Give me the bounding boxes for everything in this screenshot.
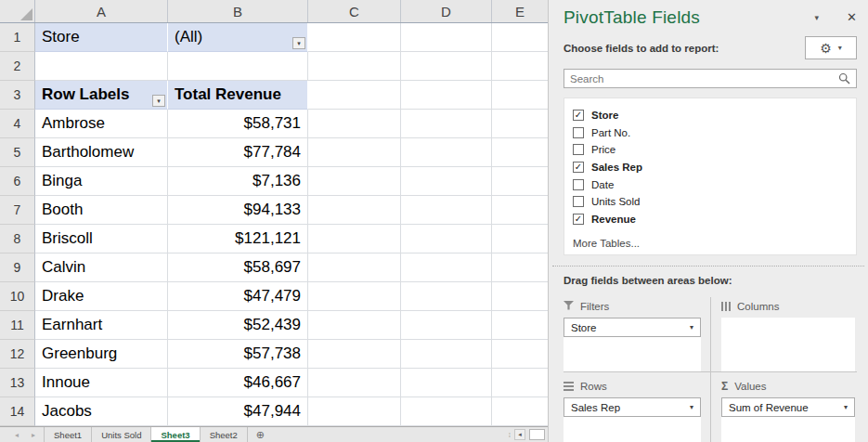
- cell-a2[interactable]: [35, 52, 168, 81]
- cell-b7[interactable]: $94,133: [168, 196, 308, 225]
- cell-e2[interactable]: [492, 52, 548, 81]
- pill-dropdown-icon[interactable]: ▾: [844, 403, 848, 411]
- filters-drop-area[interactable]: Store▾: [564, 318, 701, 371]
- field-item-revenue[interactable]: ✓Revenue: [573, 210, 849, 228]
- cell-b13[interactable]: $46,667: [168, 369, 308, 397]
- cell-d5[interactable]: [401, 138, 492, 167]
- cell-a10[interactable]: Drake: [35, 282, 168, 311]
- cell-d13[interactable]: [401, 369, 492, 397]
- field-item-units-sold[interactable]: Units Sold: [573, 193, 849, 211]
- field-item-part-no-[interactable]: Part No.: [573, 124, 849, 142]
- cell-d1[interactable]: [401, 23, 492, 52]
- row-number-13[interactable]: 13: [0, 369, 35, 397]
- scrollbar-thumb[interactable]: [529, 429, 545, 440]
- cell-b9[interactable]: $58,697: [168, 254, 308, 282]
- cell-c6[interactable]: [308, 167, 401, 196]
- cell-c7[interactable]: [308, 196, 401, 225]
- more-tables-link[interactable]: More Tables...: [573, 238, 849, 249]
- sheet-tab-sheet3[interactable]: Sheet3: [151, 427, 200, 442]
- tab-nav-right-icon[interactable]: ▸: [32, 431, 35, 439]
- cell-d2[interactable]: [401, 52, 492, 81]
- row-number-14[interactable]: 14: [0, 397, 35, 426]
- rows-drop-area[interactable]: Sales Rep▾: [564, 397, 701, 442]
- sheet-tab-units-sold[interactable]: Units Sold: [92, 427, 151, 442]
- cell-e10[interactable]: [492, 282, 548, 311]
- unchecked-checkbox-icon[interactable]: [573, 127, 584, 138]
- pane-options-dropdown-icon[interactable]: ▾: [815, 13, 820, 22]
- checked-checkbox-icon[interactable]: ✓: [573, 214, 584, 225]
- sheet-tab-sheet1[interactable]: Sheet1: [44, 427, 92, 442]
- unchecked-checkbox-icon[interactable]: [573, 144, 584, 155]
- column-header-b[interactable]: B: [168, 0, 308, 22]
- cell-b2[interactable]: [168, 52, 308, 81]
- unchecked-checkbox-icon[interactable]: [573, 179, 584, 190]
- cell-d10[interactable]: [401, 282, 492, 311]
- cell-d6[interactable]: [401, 167, 492, 196]
- cell-b5[interactable]: $77,784: [168, 138, 308, 167]
- cell-b12[interactable]: $57,738: [168, 340, 308, 369]
- cell-e4[interactable]: [492, 110, 548, 138]
- cell-d11[interactable]: [401, 311, 492, 340]
- row-labels-filter-dropdown[interactable]: ▾: [152, 95, 165, 107]
- scroll-left-button[interactable]: ◂: [514, 429, 525, 440]
- cell-d7[interactable]: [401, 196, 492, 225]
- cell-a7[interactable]: Booth: [35, 196, 168, 225]
- cell-d12[interactable]: [401, 340, 492, 369]
- checked-checkbox-icon[interactable]: ✓: [573, 110, 584, 121]
- cell-a4[interactable]: Ambrose: [35, 110, 168, 138]
- cell-b14[interactable]: $47,944: [168, 397, 308, 426]
- pill-dropdown-icon[interactable]: ▾: [690, 323, 693, 332]
- cell-a11[interactable]: Earnhart: [35, 311, 168, 340]
- cell-a5[interactable]: Bartholomew: [35, 138, 168, 167]
- cell-e9[interactable]: [492, 254, 548, 282]
- cell-b3[interactable]: Total Revenue: [168, 81, 308, 110]
- cell-a9[interactable]: Calvin: [35, 254, 168, 282]
- field-item-store[interactable]: ✓Store: [573, 107, 849, 124]
- field-item-sales-rep[interactable]: ✓Sales Rep: [573, 159, 849, 176]
- select-all-corner[interactable]: [0, 0, 35, 22]
- cell-d9[interactable]: [401, 254, 492, 282]
- cell-b6[interactable]: $7,136: [168, 167, 308, 196]
- cell-c12[interactable]: [308, 340, 401, 369]
- cell-e12[interactable]: [492, 340, 548, 369]
- cell-c4[interactable]: [308, 110, 401, 138]
- row-number-10[interactable]: 10: [0, 282, 35, 311]
- checked-checkbox-icon[interactable]: ✓: [573, 162, 584, 173]
- cell-a13[interactable]: Innoue: [35, 369, 168, 397]
- row-number-9[interactable]: 9: [0, 254, 35, 282]
- cell-e11[interactable]: [492, 311, 548, 340]
- cell-c2[interactable]: [308, 52, 401, 81]
- cell-a1[interactable]: Store: [35, 23, 168, 52]
- search-icon[interactable]: [838, 72, 850, 84]
- field-item-price[interactable]: Price: [573, 141, 849, 159]
- values-drop-area[interactable]: Sum of Revenue▾: [721, 397, 855, 442]
- field-search-input[interactable]: [570, 73, 838, 84]
- column-header-a[interactable]: A: [35, 0, 168, 22]
- cell-e6[interactable]: [492, 167, 548, 196]
- cell-c13[interactable]: [308, 369, 401, 397]
- cell-d3[interactable]: [401, 81, 492, 110]
- cell-e14[interactable]: [492, 397, 548, 426]
- sheet-tab-sheet2[interactable]: Sheet2: [201, 427, 248, 442]
- scrollbar-gripper-icon[interactable]: ⁞: [509, 431, 511, 439]
- row-number-1[interactable]: 1: [0, 23, 35, 52]
- cell-b1[interactable]: (All)▾: [168, 23, 308, 52]
- cell-d8[interactable]: [401, 225, 492, 254]
- new-sheet-button[interactable]: ⊕: [248, 427, 273, 442]
- cell-c10[interactable]: [308, 282, 401, 311]
- cell-b11[interactable]: $52,439: [168, 311, 308, 340]
- cell-e13[interactable]: [492, 369, 548, 397]
- cell-e1[interactable]: [492, 23, 548, 52]
- cell-c8[interactable]: [308, 225, 401, 254]
- cell-a14[interactable]: Jacobs: [35, 397, 168, 426]
- row-number-3[interactable]: 3: [0, 81, 35, 110]
- cell-d14[interactable]: [401, 397, 492, 426]
- columns-drop-area[interactable]: [721, 318, 855, 371]
- row-number-4[interactable]: 4: [0, 110, 35, 138]
- cell-a3[interactable]: Row Labels▾: [35, 81, 168, 110]
- cell-e8[interactable]: [492, 225, 548, 254]
- cell-c9[interactable]: [308, 254, 401, 282]
- cell-a8[interactable]: Briscoll: [35, 225, 168, 254]
- cell-e5[interactable]: [492, 138, 548, 167]
- cell-c11[interactable]: [308, 311, 401, 340]
